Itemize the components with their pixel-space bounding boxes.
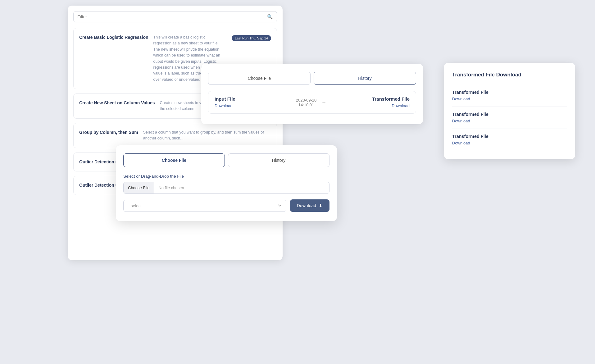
tool-title-0: Create Basic Logistic Regression — [79, 34, 148, 41]
transformed-label-1: Transformed File — [452, 112, 567, 117]
choosefile-tab-row: Choose File History — [123, 153, 329, 167]
history-transformed-col: Transformed File Download — [331, 96, 410, 108]
filter-input[interactable] — [77, 14, 265, 19]
tool-title-2: Group by Column, then Sum — [79, 130, 138, 136]
choose-file-tab[interactable]: Choose File — [208, 72, 311, 85]
download-btn-label: Download — [297, 203, 316, 208]
transformed-row-2: Transformed File Download — [452, 129, 567, 151]
history-input-col: Input File Download — [215, 96, 293, 108]
input-download-link[interactable]: Download — [215, 103, 233, 108]
last-run-badge-0: Last Run Thu, Sep 14 — [232, 35, 271, 41]
search-icon: 🔍 — [267, 14, 273, 20]
transformed-row-1: Transformed File Download — [452, 107, 567, 129]
arrow-icon: → — [321, 100, 326, 105]
transformed-label-2: Transformed File — [452, 134, 567, 139]
tool-title-1: Create New Sheet on Column Values — [79, 100, 155, 106]
transformed-dl-1[interactable]: Download — [452, 119, 470, 123]
choosefile-tab-btn[interactable]: Choose File — [123, 153, 225, 167]
file-input-row: Choose File No file chosen — [123, 182, 329, 194]
transformed-dl-2[interactable]: Download — [452, 141, 470, 145]
history-panel: Choose File History Input File Download … — [201, 64, 423, 124]
transformed-dl-0[interactable]: Download — [452, 97, 470, 101]
choosefile-panel: Choose File History Select or Drag-and-D… — [116, 145, 337, 221]
select-download-row: --select-- Download ⬇ — [123, 199, 329, 212]
transformed-download-link[interactable]: Download — [392, 103, 410, 108]
main-tool-panel: 🔍 Create Basic Logistic Regression This … — [68, 6, 283, 260]
filter-bar: 🔍 — [73, 11, 277, 22]
download-button[interactable]: Download ⬇ — [290, 199, 329, 212]
transformed-rows-container: Transformed File Download Transformed Fi… — [452, 85, 567, 151]
choosefile-history-tab-btn[interactable]: History — [228, 153, 329, 167]
choose-file-button[interactable]: Choose File — [124, 182, 154, 193]
transformed-panel-title: Transformed File Download — [452, 71, 567, 79]
tool-desc-2: Select a column that you want to group b… — [143, 130, 271, 142]
input-file-label: Input File — [215, 96, 293, 102]
history-tab[interactable]: History — [314, 72, 416, 85]
history-timestamp: 2023-09-1014:10:01 — [296, 98, 317, 107]
history-row-1: Input File Download 2023-09-1014:10:01 →… — [208, 91, 416, 114]
transformed-file-panel: Transformed File Download Transformed Fi… — [444, 63, 575, 159]
no-file-text: No file chosen — [154, 182, 329, 193]
transformed-file-label: Transformed File — [331, 96, 410, 102]
download-icon: ⬇ — [319, 203, 323, 208]
column-select[interactable]: --select-- — [123, 200, 286, 212]
select-drag-label: Select or Drag-and-Drop the File — [123, 174, 329, 179]
transformed-row-0: Transformed File Download — [452, 85, 567, 107]
transformed-label-0: Transformed File — [452, 90, 567, 95]
tool-item-2[interactable]: Group by Column, then Sum Select a colum… — [73, 123, 277, 148]
history-tab-row: Choose File History — [208, 72, 416, 85]
